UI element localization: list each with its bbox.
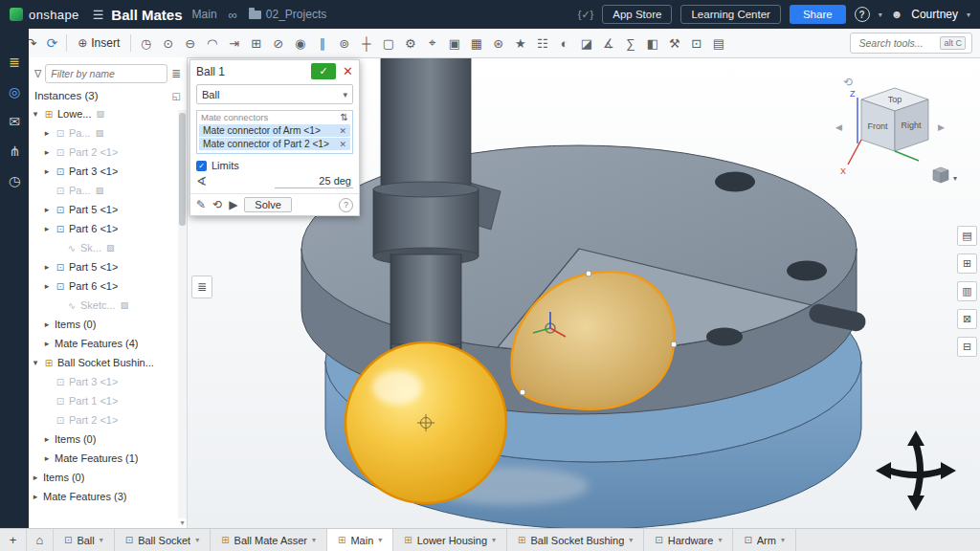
user-name[interactable]: Courtney xyxy=(911,8,958,21)
workspace-label[interactable]: Main xyxy=(192,8,217,21)
filter-input[interactable] xyxy=(45,64,167,83)
sync-button[interactable]: ⟳ xyxy=(41,35,62,51)
user-menu-caret-icon[interactable]: ▾ xyxy=(967,11,970,19)
search-tools-box[interactable]: alt C xyxy=(850,33,972,54)
history-icon[interactable]: ◷ xyxy=(9,174,20,187)
tree-item[interactable]: ▾⊞Ball Socket Bushin... xyxy=(29,353,187,372)
panel-scrollbar[interactable] xyxy=(178,110,187,518)
follow-mode-icon[interactable]: ◎ xyxy=(9,85,20,99)
filter-icon[interactable]: ∇ xyxy=(34,68,41,80)
share-link-icon[interactable]: ∞ xyxy=(229,8,237,22)
snap-mode-icon[interactable]: ⌖ xyxy=(421,35,443,51)
animate-mate-icon[interactable]: ▶ xyxy=(229,198,237,211)
parallel-mate-icon[interactable]: ∥ xyxy=(311,36,333,51)
tree-caret-icon[interactable]: ▸ xyxy=(42,166,52,176)
tab-lower-housing[interactable]: ⊞Lower Housing▾ xyxy=(393,529,507,551)
mate-point[interactable] xyxy=(520,389,525,395)
comments-icon[interactable]: ✉ xyxy=(9,115,20,128)
tab-menu-caret-icon[interactable]: ▾ xyxy=(100,536,103,544)
tree-caret-icon[interactable]: ▸ xyxy=(42,453,52,463)
view-options-menu[interactable]: ▾ xyxy=(933,167,957,183)
tree-item[interactable]: ⊡Part 2 <1> xyxy=(29,410,187,430)
rotate-ccw-icon[interactable]: ⟲ xyxy=(843,76,853,89)
measure-icon[interactable]: ∡ xyxy=(597,36,619,51)
tab-menu-caret-icon[interactable]: ▾ xyxy=(312,536,316,544)
view-cube-top-label[interactable]: Top xyxy=(888,95,902,104)
tab-ball-socket[interactable]: ⊡Ball Socket▾ xyxy=(115,529,211,551)
tree-caret-icon[interactable]: ▸ xyxy=(42,262,52,272)
tab-ball-socket-bushing[interactable]: ⊞Ball Socket Bushing▾ xyxy=(507,529,644,551)
revert-icon[interactable]: ◷ xyxy=(135,36,157,51)
tree-item[interactable]: ▸⊡Part 3 <1> xyxy=(29,162,187,181)
tree-caret-icon[interactable]: ▸ xyxy=(42,434,52,444)
tree-item[interactable]: ∿Sk...▨ xyxy=(29,238,187,257)
mate-icon[interactable]: ⊙ xyxy=(157,36,179,51)
swap-connectors-icon[interactable]: ⇅ xyxy=(341,112,348,122)
tab-manager-button[interactable]: ⌂ xyxy=(27,529,54,551)
orbit-widget[interactable] xyxy=(876,430,956,511)
accept-button[interactable]: ✓ xyxy=(311,63,336,79)
document-panel-icon[interactable]: ≣ xyxy=(9,55,20,69)
tree-caret-icon[interactable]: ▸ xyxy=(42,128,52,138)
tab-menu-caret-icon[interactable]: ▾ xyxy=(629,536,633,544)
document-menu-icon[interactable]: ☰ xyxy=(93,8,104,22)
tree-item[interactable]: ▾⊞Lowe...▨ xyxy=(29,104,187,123)
named-positions-icon[interactable]: ☷ xyxy=(531,36,553,51)
tree-caret-icon[interactable]: ▸ xyxy=(42,339,52,348)
rotate-right-icon[interactable]: ▶ xyxy=(938,122,945,132)
add-tab-button[interactable]: + xyxy=(0,529,27,551)
tab-main[interactable]: ⊞Main▾ xyxy=(327,529,393,551)
folder-breadcrumb[interactable]: 02_Projects xyxy=(266,8,326,21)
properties-panel-icon[interactable]: ⊠ xyxy=(957,309,977,329)
tree-item[interactable]: ▸Mate Features (3) xyxy=(29,487,187,506)
fastened-mate-icon[interactable]: ⊖ xyxy=(179,36,201,51)
slider-mate-icon[interactable]: ⇥ xyxy=(223,36,245,51)
share-button[interactable]: Share xyxy=(790,5,846,24)
export-panel-icon[interactable]: ⊟ xyxy=(957,337,977,357)
tree-item[interactable]: ▸⊡Part 6 <1> xyxy=(29,276,187,296)
feature-list-flyout-button[interactable]: ≣ xyxy=(191,276,212,298)
cylindrical-mate-icon[interactable]: ⊘ xyxy=(267,36,289,51)
app-store-button[interactable]: App Store xyxy=(602,5,672,24)
tab-menu-caret-icon[interactable]: ▾ xyxy=(195,536,199,544)
tree-item[interactable]: ▸Items (0) xyxy=(29,315,187,334)
appearance-icon[interactable]: ◧ xyxy=(641,36,663,51)
tree-item[interactable]: ▸Items (0) xyxy=(29,430,187,449)
tree-caret-icon[interactable]: ▾ xyxy=(31,358,40,367)
tree-caret-icon[interactable]: ▸ xyxy=(42,224,52,233)
panel-scroll-down-icon[interactable]: ▾ xyxy=(178,518,187,527)
tab-menu-caret-icon[interactable]: ▾ xyxy=(378,536,382,544)
instances-header[interactable]: Instances (3) ◱ xyxy=(29,88,187,104)
mate-connector-row[interactable]: Mate connector of Part 2 <1> ✕ xyxy=(199,138,350,150)
edit-mate-connector-icon[interactable]: ✎ xyxy=(196,198,206,211)
mate-point[interactable] xyxy=(586,271,591,276)
bom-icon[interactable]: ▤ xyxy=(707,36,729,51)
tree-caret-icon[interactable]: ▸ xyxy=(31,492,40,501)
replicate-icon[interactable]: ▣ xyxy=(443,36,465,51)
view-cube[interactable]: Top Front Right Z X ⟲ ◀ ▶ xyxy=(835,76,945,176)
mate-connector-icon[interactable]: ┼ xyxy=(355,36,377,51)
tree-item[interactable]: ∿Sketc...▨ xyxy=(29,296,187,315)
tab-arm[interactable]: ⊡Arm▾ xyxy=(733,529,796,551)
mate-type-select[interactable]: Ball ▾ xyxy=(196,84,353,104)
tree-caret-icon[interactable]: ▸ xyxy=(42,205,52,214)
tree-item[interactable]: ▸⊡Part 5 <1> xyxy=(29,257,187,276)
tree-item[interactable]: ⊡Pa...▨ xyxy=(29,181,187,200)
tree-caret-icon[interactable]: ▸ xyxy=(31,473,40,482)
mate-point[interactable] xyxy=(671,342,677,347)
panel-scrollbar-thumb[interactable] xyxy=(179,113,186,226)
view-menu-caret-icon[interactable]: ▾ xyxy=(953,174,957,183)
drawing-icon[interactable]: ⊡ xyxy=(685,36,707,51)
ball-mate-icon[interactable]: ◉ xyxy=(289,36,311,51)
group-icon[interactable]: ▢ xyxy=(377,36,399,51)
view-cube-right-label[interactable]: Right xyxy=(901,121,922,130)
insert-button[interactable]: ⊕ Insert xyxy=(71,34,126,52)
tree-caret-icon[interactable]: ▸ xyxy=(42,320,52,329)
tree-item[interactable]: ▸Mate Features (4) xyxy=(29,334,187,353)
help-caret-icon[interactable]: ▾ xyxy=(879,11,882,19)
bom-panel-icon[interactable]: ▤ xyxy=(957,226,977,246)
cancel-button[interactable]: ✕ xyxy=(343,64,353,78)
explode-icon[interactable]: ★ xyxy=(509,36,531,51)
custom-tables-panel-icon[interactable]: ▥ xyxy=(957,281,977,301)
limits-checkbox[interactable]: ✓ xyxy=(196,161,207,171)
